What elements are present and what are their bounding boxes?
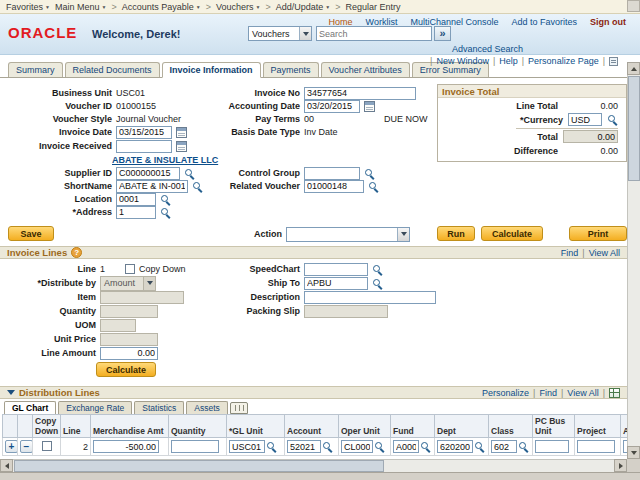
personalize-page-link[interactable]: Personalize Page [528, 56, 599, 66]
speedchart-lookup-icon[interactable] [372, 264, 383, 275]
line-amount-input[interactable] [100, 347, 158, 360]
tab-gl-chart[interactable]: GL Chart [4, 401, 56, 414]
gl-unit-lookup-icon[interactable] [266, 441, 277, 452]
speedchart-input[interactable] [304, 263, 368, 276]
search-context-dropdown[interactable]: Vouchers [248, 26, 312, 41]
calendar-icon[interactable] [364, 101, 375, 112]
breadcrumb-item-accounts-payable[interactable]: Accounts Payable▼ [122, 2, 201, 12]
location-input[interactable] [116, 193, 156, 206]
account-lookup-icon[interactable] [322, 441, 333, 452]
supplier-name-link[interactable]: ABATE & INSULATE LLC [112, 155, 218, 165]
breadcrumb-item-favorites[interactable]: Favorites▼ [6, 2, 50, 12]
description-input[interactable] [304, 291, 436, 304]
horizontal-scrollbar-thumb[interactable] [14, 460, 384, 472]
control-group-input[interactable] [304, 167, 360, 180]
pc-bus-unit-input[interactable] [535, 440, 569, 453]
col-oper-unit[interactable]: Oper Unit [339, 415, 391, 438]
supplier-id-input[interactable] [116, 167, 180, 180]
tab-exchange-rate[interactable]: Exchange Rate [58, 401, 132, 414]
distribution-find-link[interactable]: Find [539, 388, 557, 398]
help-icon[interactable]: ? [71, 247, 82, 258]
add-row-button[interactable]: + [5, 440, 18, 453]
short-name-lookup-icon[interactable] [192, 181, 203, 192]
col-fund[interactable]: Fund [391, 415, 435, 438]
breadcrumb-item-regular-entry[interactable]: Regular Entry [346, 2, 401, 12]
nav-sign-out-link[interactable]: Sign out [590, 17, 626, 27]
breadcrumb-item-vouchers[interactable]: Vouchers▼ [216, 2, 260, 12]
col-class[interactable]: Class [489, 415, 533, 438]
invoice-date-input[interactable] [116, 126, 172, 139]
oper-unit-input[interactable] [341, 440, 373, 453]
currency-input[interactable] [568, 113, 602, 126]
address-lookup-icon[interactable] [160, 207, 171, 218]
related-voucher-lookup-icon[interactable] [368, 181, 379, 192]
account-input[interactable] [287, 440, 321, 453]
scroll-up-button[interactable] [627, 62, 640, 75]
distribution-view-all-link[interactable]: View All [567, 388, 598, 398]
calendar-icon[interactable] [176, 141, 187, 152]
breadcrumb-item-main-menu[interactable]: Main Menu▼ [55, 2, 106, 12]
related-voucher-input[interactable] [304, 180, 364, 193]
ship-to-input[interactable] [304, 277, 368, 290]
search-go-button[interactable]: » [434, 26, 451, 41]
save-button[interactable]: Save [8, 226, 54, 241]
vertical-scrollbar-thumb[interactable] [628, 76, 640, 181]
invoice-received-input[interactable] [116, 140, 172, 153]
col-project[interactable]: Project [575, 415, 621, 438]
col-line[interactable]: Line [61, 415, 91, 438]
scroll-down-button[interactable] [627, 446, 640, 459]
new-window-icon[interactable] [609, 57, 618, 66]
control-group-lookup-icon[interactable] [364, 168, 375, 179]
calculate-button[interactable]: Calculate [481, 226, 543, 241]
fund-lookup-icon[interactable] [420, 441, 431, 452]
col-dept[interactable]: Dept [435, 415, 489, 438]
col-quantity[interactable]: Quantity [169, 415, 227, 438]
action-dropdown[interactable] [286, 227, 410, 242]
invoice-no-input[interactable] [304, 87, 416, 100]
calendar-icon[interactable] [176, 127, 187, 138]
col-gl-unit[interactable]: *GL Unit [227, 415, 285, 438]
gl-unit-input[interactable] [229, 440, 265, 453]
tab-summary[interactable]: Summary [8, 62, 63, 77]
show-all-tabs-icon[interactable] [230, 402, 248, 414]
supplier-id-lookup-icon[interactable] [184, 168, 195, 179]
nav-add-to-favorites-link[interactable]: Add to Favorites [511, 17, 577, 27]
breadcrumb-item-add-update[interactable]: Add/Update▼ [276, 2, 331, 12]
ship-to-lookup-icon[interactable] [372, 278, 383, 289]
collapse-section-icon[interactable] [7, 390, 15, 395]
address-input[interactable] [116, 206, 156, 219]
tab-statistics[interactable]: Statistics [134, 401, 184, 414]
col-copy-down[interactable]: Copy Down [33, 415, 61, 438]
col-account[interactable]: Account [285, 415, 339, 438]
merchandise-amt-input[interactable] [93, 440, 159, 453]
advanced-search-link[interactable]: Advanced Search [452, 44, 523, 54]
invoice-lines-find-link[interactable]: Find [561, 248, 579, 258]
scroll-right-button[interactable] [614, 459, 627, 472]
horizontal-scrollbar[interactable] [0, 459, 627, 472]
short-name-input[interactable] [116, 180, 188, 193]
tab-invoice-information[interactable]: Invoice Information [162, 62, 261, 78]
copy-down-checkbox[interactable] [125, 264, 135, 274]
col-merchandise-amt[interactable]: Merchandise Amt [91, 415, 169, 438]
row-quantity-input[interactable] [171, 440, 219, 453]
tab-assets[interactable]: Assets [186, 401, 228, 414]
tab-payments[interactable]: Payments [263, 62, 319, 77]
search-input[interactable] [316, 26, 432, 41]
new-window-link[interactable]: New Window [436, 56, 489, 66]
distribution-personalize-link[interactable]: Personalize [482, 388, 529, 398]
scroll-left-button[interactable] [0, 459, 13, 472]
dept-lookup-icon[interactable] [474, 441, 485, 452]
download-grid-icon[interactable] [609, 388, 620, 398]
fund-input[interactable] [393, 440, 419, 453]
invoice-lines-view-all-link[interactable]: View All [589, 248, 620, 258]
run-button[interactable]: Run [437, 226, 475, 241]
delete-row-button[interactable]: − [20, 440, 33, 453]
print-button[interactable]: Print [569, 226, 627, 241]
help-link[interactable]: Help [499, 56, 518, 66]
tab-related-documents[interactable]: Related Documents [65, 62, 160, 77]
class-input[interactable] [491, 440, 517, 453]
line-calculate-button[interactable]: Calculate [96, 362, 156, 377]
class-lookup-icon[interactable] [518, 441, 529, 452]
tab-voucher-attributes[interactable]: Voucher Attributes [321, 62, 410, 77]
location-lookup-icon[interactable] [160, 194, 171, 205]
